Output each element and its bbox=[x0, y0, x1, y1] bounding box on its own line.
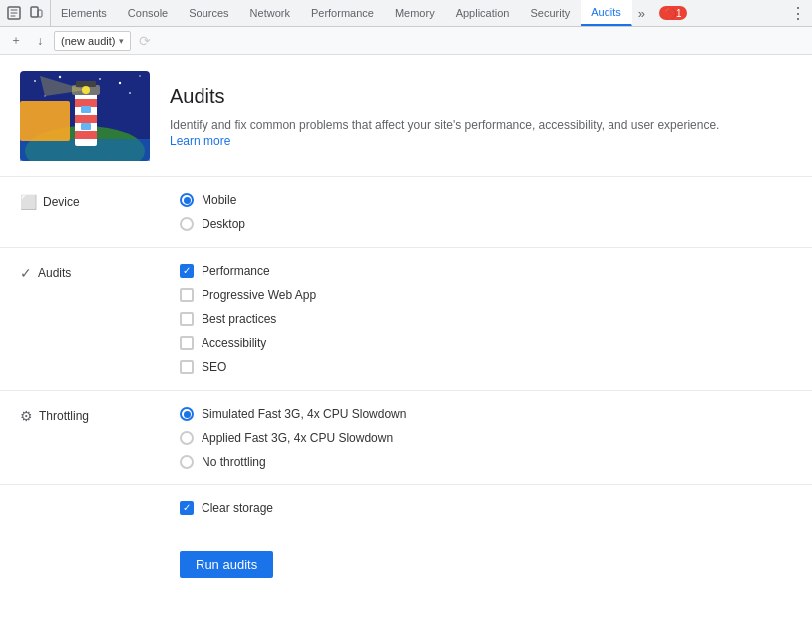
accessibility-checkbox-option[interactable]: Accessibility bbox=[180, 336, 316, 350]
devtools-icons bbox=[0, 0, 51, 26]
add-audit-button[interactable]: ＋ bbox=[6, 31, 26, 51]
no-throttle-option[interactable]: No throttling bbox=[180, 455, 406, 469]
error-badge-area: 🚫 1 bbox=[655, 6, 687, 20]
svg-point-8 bbox=[119, 82, 121, 84]
tab-performance[interactable]: Performance bbox=[301, 0, 385, 26]
tab-network[interactable]: Network bbox=[240, 0, 301, 26]
throttling-label: ⚙ Throttling bbox=[20, 407, 180, 424]
no-throttle-radio[interactable] bbox=[180, 455, 194, 469]
tab-memory[interactable]: Memory bbox=[385, 0, 446, 26]
dropdown-caret-icon: ▾ bbox=[119, 36, 124, 46]
applied-throttle-option[interactable]: Applied Fast 3G, 4x CPU Slowdown bbox=[180, 431, 406, 445]
svg-point-4 bbox=[34, 80, 36, 82]
applied-throttle-radio[interactable] bbox=[180, 431, 194, 445]
audits-title: Audits bbox=[170, 85, 719, 108]
lighthouse-illustration bbox=[20, 71, 150, 161]
seo-checkbox-option[interactable]: SEO bbox=[180, 360, 316, 374]
svg-point-9 bbox=[139, 75, 141, 77]
secondary-toolbar: ＋ ↓ (new audit) ▾ ⟳ bbox=[0, 27, 812, 55]
clear-storage-option[interactable]: Clear storage bbox=[180, 501, 273, 515]
svg-rect-16 bbox=[75, 99, 97, 107]
tab-bar: Elements Console Sources Network Perform… bbox=[0, 0, 812, 27]
device-row: ⬜ Device Mobile Desktop bbox=[0, 177, 812, 248]
performance-checkbox[interactable] bbox=[180, 264, 194, 278]
delete-audit-button[interactable]: ↓ bbox=[30, 31, 50, 51]
svg-point-11 bbox=[129, 92, 131, 94]
simulated-throttle-radio[interactable] bbox=[180, 407, 194, 421]
more-tabs-button[interactable]: » bbox=[632, 0, 651, 26]
svg-point-5 bbox=[59, 76, 61, 78]
inspect-icon[interactable] bbox=[4, 3, 24, 23]
audits-row: ✓ Audits Performance Progressive Web App… bbox=[0, 248, 812, 391]
hero-section: Audits Identify and fix common problems … bbox=[0, 55, 812, 177]
tab-sources[interactable]: Sources bbox=[179, 0, 239, 26]
svg-rect-18 bbox=[75, 131, 97, 139]
accessibility-checkbox[interactable] bbox=[180, 336, 194, 350]
pwa-checkbox-option[interactable]: Progressive Web App bbox=[180, 288, 316, 302]
svg-point-7 bbox=[99, 78, 101, 80]
device-section-icon: ⬜ bbox=[20, 194, 37, 210]
run-audits-section: Run audits bbox=[0, 531, 812, 598]
tab-elements[interactable]: Elements bbox=[51, 0, 118, 26]
error-badge: 🚫 1 bbox=[659, 6, 687, 20]
main-content: Audits Identify and fix common problems … bbox=[0, 55, 812, 644]
best-practices-checkbox-option[interactable]: Best practices bbox=[180, 312, 316, 326]
seo-checkbox[interactable] bbox=[180, 360, 194, 374]
tab-audits[interactable]: Audits bbox=[581, 0, 632, 26]
desktop-radio-option[interactable]: Desktop bbox=[180, 217, 245, 231]
tab-console[interactable]: Console bbox=[118, 0, 179, 26]
throttling-row: ⚙ Throttling Simulated Fast 3G, 4x CPU S… bbox=[0, 391, 812, 485]
audits-label: ✓ Audits bbox=[20, 264, 180, 281]
svg-rect-1 bbox=[31, 7, 38, 17]
audit-options: Performance Progressive Web App Best pra… bbox=[180, 264, 316, 374]
svg-rect-17 bbox=[75, 115, 97, 123]
audits-check-icon: ✓ bbox=[20, 265, 32, 281]
svg-rect-24 bbox=[81, 123, 91, 130]
clear-storage-row: Clear storage bbox=[0, 485, 812, 531]
device-icon[interactable] bbox=[26, 3, 46, 23]
svg-rect-23 bbox=[81, 106, 91, 113]
reload-icon: ⟳ bbox=[135, 31, 155, 51]
throttling-gear-icon: ⚙ bbox=[20, 408, 33, 424]
svg-rect-14 bbox=[20, 101, 70, 141]
device-label: ⬜ Device bbox=[20, 193, 180, 210]
simulated-throttle-option[interactable]: Simulated Fast 3G, 4x CPU Slowdown bbox=[180, 407, 406, 421]
mobile-radio[interactable] bbox=[180, 193, 194, 207]
pwa-checkbox[interactable] bbox=[180, 288, 194, 302]
devtools-menu-button[interactable]: ⋮ bbox=[784, 0, 812, 26]
tab-application[interactable]: Application bbox=[446, 0, 521, 26]
mobile-radio-option[interactable]: Mobile bbox=[180, 193, 245, 207]
audits-description: Identify and fix common problems that af… bbox=[170, 116, 719, 134]
error-icon: 🚫 bbox=[664, 8, 676, 19]
throttling-options: Simulated Fast 3G, 4x CPU Slowdown Appli… bbox=[180, 407, 406, 469]
device-options: Mobile Desktop bbox=[180, 193, 245, 231]
settings-section: ⬜ Device Mobile Desktop ✓ Audits bbox=[0, 177, 812, 598]
hero-text: Audits Identify and fix common problems … bbox=[170, 85, 719, 148]
desktop-radio[interactable] bbox=[180, 217, 194, 231]
audit-name-dropdown[interactable]: (new audit) ▾ bbox=[54, 31, 131, 51]
clear-storage-checkbox[interactable] bbox=[180, 501, 194, 515]
best-practices-checkbox[interactable] bbox=[180, 312, 194, 326]
learn-more-link[interactable]: Learn more bbox=[170, 134, 230, 148]
run-audits-button[interactable]: Run audits bbox=[180, 551, 273, 578]
tab-security[interactable]: Security bbox=[520, 0, 581, 26]
performance-checkbox-option[interactable]: Performance bbox=[180, 264, 316, 278]
